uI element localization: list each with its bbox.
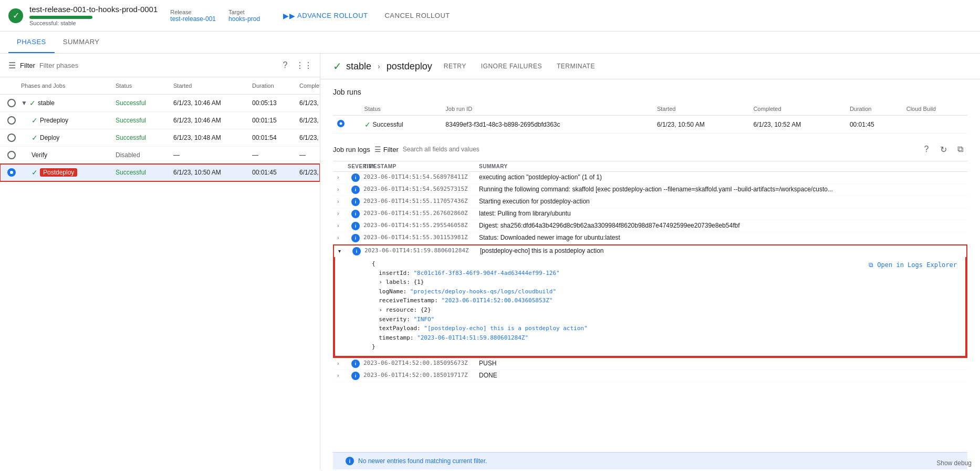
row-phase-name: Verify xyxy=(29,149,113,161)
log-row[interactable]: › i 2023-06-01T14:51:54.568978411Z execu… xyxy=(333,172,967,184)
info-badge: i xyxy=(351,234,360,242)
logs-external-button[interactable]: ⧉ xyxy=(953,142,967,157)
cancel-rollout-button[interactable]: CANCEL ROLLOUT xyxy=(378,8,456,23)
expand-icon[interactable]: ▾ xyxy=(338,247,349,254)
table-row-postdeploy[interactable]: ✓ Postdeploy Successful 6/1/23, 10:50 AM… xyxy=(0,164,320,181)
tab-summary[interactable]: SUMMARY xyxy=(55,32,108,53)
expand-icon[interactable]: › xyxy=(337,372,348,378)
expand-icon[interactable]: › xyxy=(337,234,348,241)
job-runs-table: Status Job run ID Started Completed Dura… xyxy=(333,103,967,134)
help-button[interactable]: ? xyxy=(278,58,293,73)
run-radio[interactable] xyxy=(337,120,345,127)
show-debug-link[interactable]: Show debug xyxy=(936,459,972,467)
info-badge: i xyxy=(351,222,360,230)
filter-input[interactable] xyxy=(39,62,274,69)
row-started: 6/1/23, 10:48 AM xyxy=(171,132,250,144)
log-row[interactable]: › i 2023-06-02T14:52:00.185095673Z PUSH xyxy=(333,358,967,370)
table-row[interactable]: ▼ ✓ stable Successful 6/1/23, 10:46 AM 0… xyxy=(0,95,320,112)
open-logs-explorer-link[interactable]: ⧉ Open in Logs Explorer xyxy=(869,259,957,271)
job-runs-section: Job runs Status Job run ID Started Compl… xyxy=(320,79,980,138)
logs-search-input[interactable] xyxy=(403,146,915,153)
row-phase-name: ▼ ✓ stable xyxy=(19,97,113,109)
advance-rollout-button[interactable]: ▶▶ ADVANCE ROLLOUT xyxy=(277,8,374,23)
row-duration: 00:01:15 xyxy=(250,115,297,126)
log-summary: [postdeploy-echo] this is a postdeploy a… xyxy=(480,247,962,254)
job-runs-title: Job runs xyxy=(333,88,967,96)
info-icon: i xyxy=(346,457,354,465)
terminate-button[interactable]: TERMINATE xyxy=(551,60,600,72)
release-link[interactable]: test-release-001 xyxy=(170,15,216,23)
row-phase-name: ✓ Deploy xyxy=(29,131,113,144)
log-detail-line: timestamp: "2023-06-01T14:51:59.88060128… xyxy=(372,333,961,343)
job-check-icon: ✓ xyxy=(32,116,38,125)
retry-button[interactable]: RETRY xyxy=(439,60,472,72)
job-run-row[interactable]: ✓ Successful 83499ef3-f3d1-48c3-b898-269… xyxy=(333,116,967,134)
row-completed: — xyxy=(297,149,320,161)
log-row[interactable]: › i 2023-06-01T14:51:55.301153981Z Statu… xyxy=(333,232,967,244)
filter-text: Filter xyxy=(383,146,399,153)
columns-button[interactable]: ⋮⋮ xyxy=(297,58,311,73)
expand-icon[interactable]: › xyxy=(337,198,348,204)
row-phase-name: ✓ Predeploy xyxy=(29,114,113,127)
log-timestamp: 2023-06-01T14:51:54.568978411Z xyxy=(363,173,479,180)
logs-help-button[interactable]: ? xyxy=(919,142,934,157)
log-detail-line: logName: "projects/deploy-hooks-qs/logs/… xyxy=(372,287,961,296)
expanded-log-container: ▾ i 2023-06-01T14:51:59.880601284Z [post… xyxy=(333,244,967,358)
log-row[interactable]: › i 2023-06-01T14:51:54.569257315Z Runni… xyxy=(333,184,967,196)
row-started: 6/1/23, 10:50 AM xyxy=(171,167,250,178)
radio-predeploy[interactable] xyxy=(7,116,16,125)
expand-icon[interactable]: › xyxy=(337,222,348,229)
row-status: Disabled xyxy=(113,149,171,161)
row-status: Successful xyxy=(113,132,171,144)
radio-postdeploy[interactable] xyxy=(7,168,16,177)
expand-icon[interactable]: ▼ xyxy=(21,99,27,107)
target-link[interactable]: hooks-prod xyxy=(228,15,260,23)
log-row[interactable]: › i 2023-06-01T14:52:00.185019717Z DONE xyxy=(333,370,967,382)
log-timestamp: 2023-06-01T14:51:55.117057436Z xyxy=(363,198,479,204)
log-detail-line: › resource: {2} xyxy=(372,305,961,315)
ignore-failures-button[interactable]: IGNORE FAILURES xyxy=(476,60,547,72)
run-completed: 6/1/23, 10:52 AM xyxy=(749,116,845,134)
logs-filter: ☰ Filter xyxy=(374,145,915,153)
expand-icon[interactable]: › xyxy=(337,173,348,180)
radio-stable[interactable] xyxy=(7,99,16,107)
log-row-expanded[interactable]: ▾ i 2023-06-01T14:51:59.880601284Z [post… xyxy=(334,245,966,257)
row-radio xyxy=(4,114,19,127)
table-row[interactable]: Verify Disabled — — — xyxy=(0,147,320,164)
header: ✓ test-release-001-to-hooks-prod-0001 Su… xyxy=(0,0,980,32)
expand-icon[interactable]: › xyxy=(337,186,348,192)
radio-verify[interactable] xyxy=(7,151,16,159)
tab-phases[interactable]: PHASES xyxy=(8,32,55,53)
col-radio xyxy=(333,103,360,116)
log-timestamp: 2023-06-01T14:51:55.301153981Z xyxy=(363,234,479,241)
logs-refresh-button[interactable]: ↻ xyxy=(936,142,951,157)
expand-icon[interactable]: › xyxy=(337,360,348,366)
expand-icon[interactable]: › xyxy=(337,210,348,217)
info-badge: i xyxy=(351,173,360,182)
col-started: Started xyxy=(171,80,250,91)
table-row[interactable]: ✓ Deploy Successful 6/1/23, 10:48 AM 00:… xyxy=(0,129,320,147)
labels-expand[interactable]: › labels: {1} xyxy=(379,279,424,285)
advance-icon: ▶▶ xyxy=(283,12,295,20)
status-text: Successful: stable xyxy=(29,20,158,26)
cancel-btn-label: CANCEL ROLLOUT xyxy=(384,12,450,19)
col-duration: Duration xyxy=(846,103,902,116)
run-id: 83499ef3-f3d1-48c3-b898-2695dbfd363c xyxy=(441,116,653,134)
table-row[interactable]: ✓ Predeploy Successful 6/1/23, 10:46 AM … xyxy=(0,112,320,129)
log-row[interactable]: › i 2023-06-01T14:51:55.267602860Z lates… xyxy=(333,208,967,220)
release-meta: Release test-release-001 xyxy=(170,9,216,23)
log-severity: i xyxy=(348,372,363,380)
log-row[interactable]: › i 2023-06-01T14:51:55.295546058Z Diges… xyxy=(333,220,967,232)
row-status: Successful xyxy=(113,167,171,178)
log-row[interactable]: › i 2023-06-01T14:51:55.117057436Z Start… xyxy=(333,196,967,208)
col-summary: SUMMARY xyxy=(479,163,963,169)
radio-deploy[interactable] xyxy=(7,134,16,142)
log-severity: i xyxy=(348,360,363,368)
resource-expand[interactable]: › resource: {2} xyxy=(379,306,431,313)
row-duration: — xyxy=(250,149,297,161)
row-started: 6/1/23, 10:46 AM xyxy=(171,115,250,126)
progress-bar-container xyxy=(29,16,92,19)
header-actions: ▶▶ ADVANCE ROLLOUT CANCEL ROLLOUT xyxy=(277,8,456,23)
stage-name: stable xyxy=(346,61,371,72)
log-summary: PUSH xyxy=(479,360,963,367)
